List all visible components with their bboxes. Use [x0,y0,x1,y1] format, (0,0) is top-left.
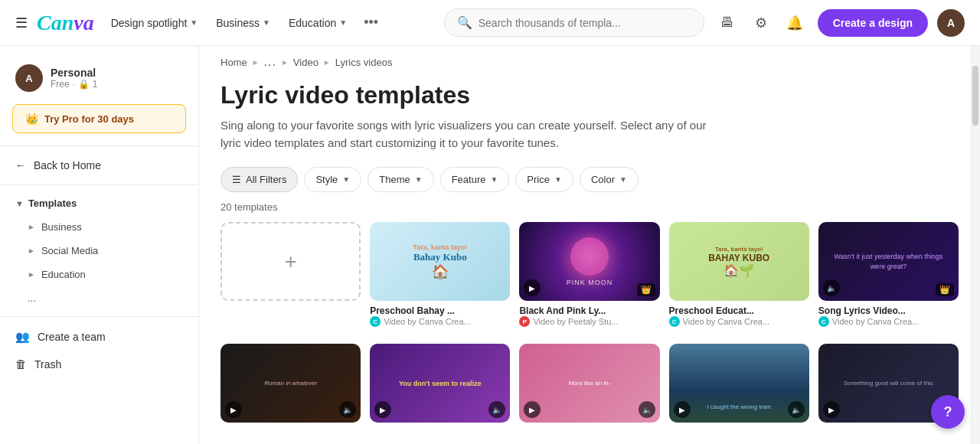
card-sub-3: C Video by Canva Crea... [669,316,809,327]
chevron-right-icon: ► [28,270,35,279]
sidebar-item-more[interactable]: ... [0,286,198,310]
search-bar[interactable]: 🔍 [444,8,704,37]
create-design-button[interactable]: Create a design [818,9,928,37]
monitor-icon[interactable]: 🖶 [714,9,741,37]
divider3 [0,316,198,317]
sidebar-user[interactable]: A Personal Free · 🔒 1 [0,58,198,101]
breadcrumb-home[interactable]: Home [220,57,247,68]
divider [0,145,198,146]
sidebar-item-business[interactable]: ► Business [0,215,198,239]
template-grid-row2: Roman in whatever ▶ 🔈 You don't seem to … [199,344,980,438]
template-thumbnail-r2-1: Roman in whatever ▶ 🔈 [220,344,361,423]
color-filter-button[interactable]: Color ▼ [580,167,639,192]
template-card-1[interactable]: Tara, kanta tayo! Bahay Kubo 🏠 Preschool… [370,222,510,328]
card-info-2: Black And Pink Ly... P Video by Peetaly … [519,301,659,328]
chevron-down-icon: ▼ [339,18,347,27]
template-card-r2-2[interactable]: You don't seem to realize ▶ 🔈 [370,344,510,423]
chevron-down-icon: ▼ [415,175,423,184]
thumb-bahay1: Tara, kanta tayo! Bahay Kubo 🏠 [370,222,510,301]
breadcrumb-dots[interactable]: ... [264,55,276,69]
user-name: Personal [51,67,97,79]
canva-logo-badge: C [370,316,381,327]
user-plan: Free · 🔒 1 [51,79,97,90]
template-thumbnail-4: Wasn't it just yesterday when things wer… [818,222,959,301]
template-thumbnail-r2-2: You don't seem to realize ▶ 🔈 [370,344,510,423]
card-sub-2: P Video by Peetaly Stu... [519,316,659,327]
breadcrumb-sep3: ► [323,58,331,67]
canva-logo-badge3: C [669,316,680,327]
sidebar-item-education[interactable]: ► Education [0,263,198,286]
chevron-right-icon: ► [28,246,35,255]
card-title-2: Black And Pink Ly... [519,305,659,316]
mute-icon-r2-4: 🔈 [788,401,805,418]
nav-education[interactable]: Education ▼ [281,12,354,34]
template-thumbnail-1: Tara, kanta tayo! Bahay Kubo 🏠 [370,222,510,301]
breadcrumb-sep2: ► [281,58,289,67]
sidebar: A Personal Free · 🔒 1 👑 Try Pro for 30 d… [0,46,199,444]
template-grid-row1: + Tara, kanta tayo! Bahay Kubo 🏠 Prescho… [199,222,980,344]
trash-icon: 🗑 [15,357,27,371]
template-thumbnail-3: Tara, kanta tayo! BAHAY KUBO 🏠🌱 [669,222,809,301]
template-card-r2-3[interactable]: More like an in- ▶ 🔈 [519,344,659,423]
add-template-card[interactable]: + [220,222,361,301]
all-filters-button[interactable]: ☰ All Filters [220,167,298,192]
search-icon: 🔍 [457,15,472,30]
search-input[interactable] [479,17,691,29]
sidebar-user-info: Personal Free · 🔒 1 [51,67,97,90]
template-card-4[interactable]: Wasn't it just yesterday when things wer… [818,222,959,328]
template-thumbnail-r2-4: I caught the wrong train ▶ 🔈 [669,344,809,423]
plus-icon: + [284,250,296,274]
hamburger-icon[interactable]: ☰ [15,15,28,31]
peetaly-logo-badge: P [519,316,530,327]
sidebar-item-trash[interactable]: 🗑 Trash [0,351,198,377]
chevron-down-icon: ▼ [15,199,24,208]
chevron-down-icon: ▼ [619,175,627,184]
card-info-1: Preschool Bahay ... C Video by Canva Cre… [370,301,510,328]
main-scrollbar[interactable] [971,46,980,444]
theme-filter-button[interactable]: Theme ▼ [368,167,433,192]
filters-bar: ☰ All Filters Style ▼ Theme ▼ Feature ▼ … [199,164,980,201]
thumb-bahay2: Tara, kanta tayo! BAHAY KUBO 🏠🌱 [669,222,809,301]
chevron-down-icon: ▼ [490,175,498,184]
mute-icon: 🔈 [823,279,840,296]
nav-business[interactable]: Business ▼ [208,12,278,34]
breadcrumb-lyrics-videos: Lyrics videos [335,57,393,68]
bell-icon[interactable]: 🔔 [781,9,808,37]
card-sub-1: C Video by Canva Crea... [370,316,510,327]
settings-icon[interactable]: ⚙ [747,9,775,37]
nav-design-spotlight[interactable]: Design spotlight ▼ [103,12,206,34]
card-sub-4: C Video by Canva Crea... [818,316,959,327]
page-title: Lyric video templates [199,75,980,117]
feature-filter-button[interactable]: Feature ▼ [440,167,510,192]
header: ☰ Canva Design spotlight ▼ Business ▼ Ed… [0,0,980,46]
arrow-left-icon: ← [15,159,26,171]
crown-icon: 👑 [25,113,38,125]
chevron-down-icon: ▼ [554,175,562,184]
template-card-2[interactable]: PINK MOON ▶ 👑 Black And Pink Ly... P Vid… [519,222,659,328]
card-title-3: Preschool Educat... [669,305,809,316]
template-card-3[interactable]: Tara, kanta tayo! BAHAY KUBO 🏠🌱 Preschoo… [669,222,809,328]
style-filter-button[interactable]: Style ▼ [304,167,361,192]
canva-logo-badge4: C [818,316,829,327]
pro-trial-button[interactable]: 👑 Try Pro for 30 days [12,104,186,133]
help-button[interactable]: ? [931,395,965,429]
layout: A Personal Free · 🔒 1 👑 Try Pro for 30 d… [0,46,980,444]
sidebar-back-home[interactable]: ← Back to Home [0,152,198,178]
sidebar-item-create-team[interactable]: 👥 Create a team [0,323,198,351]
nav-more-dots[interactable]: ••• [358,10,384,35]
template-card-r2-4[interactable]: I caught the wrong train ▶ 🔈 [669,344,809,423]
breadcrumb-video[interactable]: Video [293,57,318,68]
template-card-r2-1[interactable]: Roman in whatever ▶ 🔈 [220,344,361,423]
sidebar-item-social-media[interactable]: ► Social Media [0,239,198,263]
card-title-1: Preschool Bahay ... [370,305,510,316]
header-icons: 🖶 ⚙ 🔔 [714,9,808,37]
main-content: Home ► ... ► Video ► Lyrics videos Lyric… [199,46,980,444]
sidebar-section-templates[interactable]: ▼ Templates [0,191,198,215]
play-icon-r2-4: ▶ [674,401,691,418]
breadcrumb: Home ► ... ► Video ► Lyrics videos [199,46,980,75]
price-filter-button[interactable]: Price ▼ [515,167,573,192]
avatar[interactable]: A [937,9,965,37]
divider2 [0,184,198,185]
mute-icon-r2-3: 🔈 [639,401,655,418]
canva-logo[interactable]: Canva [37,11,94,35]
